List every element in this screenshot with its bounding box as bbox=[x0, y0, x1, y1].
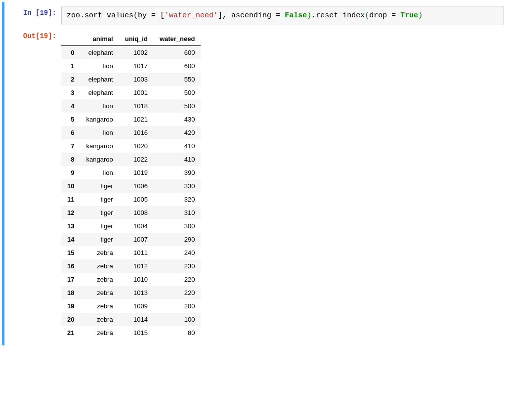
index-header-blank bbox=[61, 32, 80, 46]
cell-uniq_id: 1019 bbox=[119, 166, 154, 179]
in-suffix: ]: bbox=[48, 9, 56, 17]
table-row: 17zebra1010220 bbox=[61, 273, 201, 286]
cell-animal: zebra bbox=[80, 299, 119, 313]
cell-water_need: 220 bbox=[154, 273, 201, 286]
table-row: 12tiger1008310 bbox=[61, 206, 201, 219]
cell-animal: tiger bbox=[80, 219, 119, 233]
cell-water_need: 200 bbox=[154, 299, 201, 313]
row-index: 17 bbox=[61, 273, 80, 286]
row-index: 12 bbox=[61, 206, 80, 219]
cell-uniq_id: 1012 bbox=[119, 259, 154, 273]
input-prompt: In [19]: bbox=[4, 6, 61, 17]
cell-water_need: 420 bbox=[154, 126, 201, 139]
cell-water_need: 410 bbox=[154, 139, 201, 153]
code-token: ) bbox=[307, 11, 311, 20]
cell-uniq_id: 1015 bbox=[119, 326, 154, 339]
cell-water_need: 310 bbox=[154, 206, 201, 219]
table-row: 1lion1017600 bbox=[61, 59, 201, 73]
table-row: 8kangaroo1022410 bbox=[61, 153, 201, 166]
row-index: 0 bbox=[61, 46, 80, 60]
table-row: 19zebra1009200 bbox=[61, 299, 201, 313]
in-exec-count: 19 bbox=[40, 9, 48, 17]
code-token: = bbox=[391, 11, 396, 20]
row-index: 13 bbox=[61, 219, 80, 233]
cell-uniq_id: 1001 bbox=[119, 86, 154, 99]
cell-animal: tiger bbox=[80, 179, 119, 193]
row-index: 18 bbox=[61, 286, 80, 299]
table-row: 9lion1019390 bbox=[61, 166, 201, 179]
code-token: 'water_need' bbox=[165, 11, 218, 20]
table-row: 3elephant1001500 bbox=[61, 86, 201, 99]
cell-water_need: 100 bbox=[154, 313, 201, 326]
row-index: 7 bbox=[61, 139, 80, 153]
table-row: 20zebra1014100 bbox=[61, 313, 201, 326]
row-index: 2 bbox=[61, 73, 80, 86]
table-row: 15zebra1011240 bbox=[61, 246, 201, 259]
cell-uniq_id: 1011 bbox=[119, 246, 154, 259]
code-token bbox=[396, 11, 400, 20]
code-token: ], ascending bbox=[218, 11, 276, 20]
code-token: .reset_index bbox=[311, 11, 365, 20]
cell-water_need: 500 bbox=[154, 99, 201, 113]
code-token: drop bbox=[369, 11, 391, 20]
in-prefix: In [ bbox=[23, 9, 40, 17]
row-index: 21 bbox=[61, 326, 80, 339]
output-prompt: Out[19]: bbox=[4, 29, 61, 40]
cell-animal: zebra bbox=[80, 326, 119, 339]
cell-uniq_id: 1018 bbox=[119, 99, 154, 113]
cell-animal: elephant bbox=[80, 73, 119, 86]
code-input[interactable]: zoo.sort_values(by = ['water_need'], asc… bbox=[61, 6, 504, 25]
cell-uniq_id: 1010 bbox=[119, 273, 154, 286]
code-token: True bbox=[400, 11, 418, 20]
cell-uniq_id: 1014 bbox=[119, 313, 154, 326]
cell-animal: lion bbox=[80, 166, 119, 179]
cell-uniq_id: 1013 bbox=[119, 286, 154, 299]
cell-animal: elephant bbox=[80, 46, 119, 60]
dataframe-table: animal uniq_id water_need 0elephant10026… bbox=[61, 32, 201, 339]
notebook-cell: In [19]: zoo.sort_values(by = ['water_ne… bbox=[2, 2, 504, 345]
cell-water_need: 230 bbox=[154, 259, 201, 273]
table-row: 11tiger1005320 bbox=[61, 193, 201, 206]
cell-water_need: 430 bbox=[154, 113, 201, 126]
row-index: 9 bbox=[61, 166, 80, 179]
cell-water_need: 330 bbox=[154, 179, 201, 193]
cell-water_need: 240 bbox=[154, 246, 201, 259]
cell-water_need: 410 bbox=[154, 153, 201, 166]
output-area: animal uniq_id water_need 0elephant10026… bbox=[61, 29, 504, 339]
cell-animal: kangaroo bbox=[80, 113, 119, 126]
cell-animal: lion bbox=[80, 99, 119, 113]
row-index: 3 bbox=[61, 86, 80, 99]
cell-animal: zebra bbox=[80, 246, 119, 259]
col-header-water-need: water_need bbox=[154, 32, 201, 46]
cell-animal: lion bbox=[80, 126, 119, 139]
cell-uniq_id: 1020 bbox=[119, 139, 154, 153]
cell-animal: tiger bbox=[80, 206, 119, 219]
output-row: Out[19]: animal uniq_id water_need 0elep… bbox=[4, 29, 504, 339]
row-index: 6 bbox=[61, 126, 80, 139]
code-token: ( bbox=[365, 11, 369, 20]
col-header-uniq-id: uniq_id bbox=[119, 32, 154, 46]
cell-uniq_id: 1002 bbox=[119, 46, 154, 60]
cell-animal: kangaroo bbox=[80, 153, 119, 166]
table-row: 10tiger1006330 bbox=[61, 179, 201, 193]
row-index: 10 bbox=[61, 179, 80, 193]
row-index: 5 bbox=[61, 113, 80, 126]
cell-water_need: 550 bbox=[154, 73, 201, 86]
table-row: 7kangaroo1020410 bbox=[61, 139, 201, 153]
out-prefix: Out[ bbox=[23, 32, 40, 40]
row-index: 1 bbox=[61, 59, 80, 73]
cell-uniq_id: 1009 bbox=[119, 299, 154, 313]
cell-water_need: 600 bbox=[154, 46, 201, 60]
cell-uniq_id: 1008 bbox=[119, 206, 154, 219]
cell-uniq_id: 1006 bbox=[119, 179, 154, 193]
cell-water_need: 290 bbox=[154, 233, 201, 246]
cell-water_need: 390 bbox=[154, 166, 201, 179]
code-token: ) bbox=[418, 11, 422, 20]
row-index: 8 bbox=[61, 153, 80, 166]
cell-water_need: 220 bbox=[154, 286, 201, 299]
row-index: 16 bbox=[61, 259, 80, 273]
cell-animal: zebra bbox=[80, 286, 119, 299]
input-row: In [19]: zoo.sort_values(by = ['water_ne… bbox=[4, 6, 504, 25]
cell-water_need: 600 bbox=[154, 59, 201, 73]
cell-animal: lion bbox=[80, 59, 119, 73]
